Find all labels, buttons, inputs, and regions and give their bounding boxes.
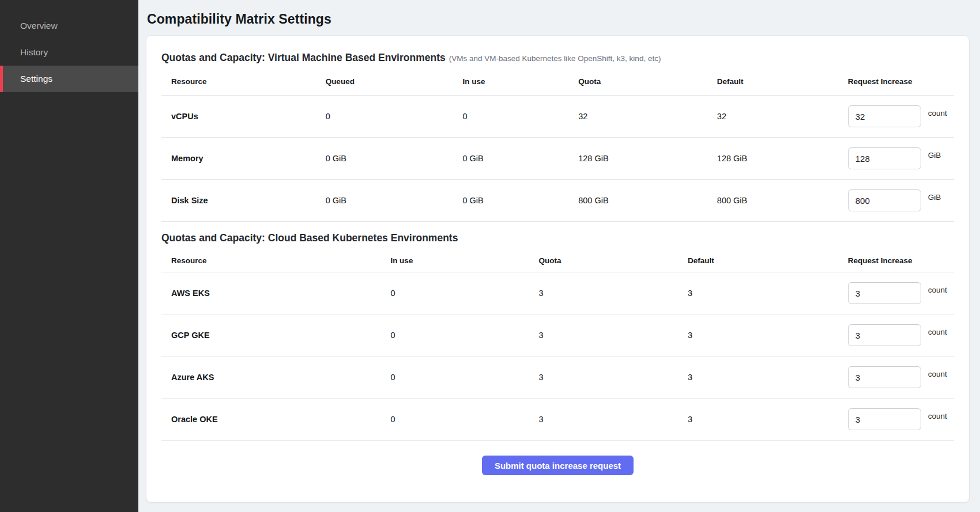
section-heading-cloud: Quotas and Capacity: Cloud Based Kuberne… <box>161 231 954 246</box>
table-row: Oracle OKE033count <box>161 399 954 441</box>
column-header: Quota <box>578 77 717 86</box>
cell-default: 3 <box>688 415 848 424</box>
cell-queued: 0 <box>326 112 463 121</box>
column-header: Default <box>688 256 848 265</box>
cell-quota: 800 GiB <box>578 196 717 205</box>
column-header: Resource <box>161 77 326 86</box>
quota-input[interactable] <box>848 147 921 169</box>
cell-resource: Memory <box>161 154 326 163</box>
request-increase-cell: count <box>848 366 954 388</box>
sidebar-item-overview[interactable]: Overview <box>0 13 138 39</box>
quota-input[interactable] <box>848 408 921 430</box>
sidebar-item-settings[interactable]: Settings <box>0 66 138 92</box>
cell-default: 128 GiB <box>717 154 848 163</box>
cell-quota: 3 <box>539 289 688 298</box>
main-content: Compatibility Matrix Settings Quotas and… <box>138 0 980 512</box>
column-header: In use <box>390 256 538 265</box>
request-increase-cell: GiB <box>848 147 954 169</box>
cell-default: 3 <box>688 289 848 298</box>
cell-queued: 0 GiB <box>326 196 463 205</box>
section-heading-vm-text: Quotas and Capacity: Virtual Machine Bas… <box>161 52 446 63</box>
unit-label: count <box>928 412 947 420</box>
cell-resource: AWS EKS <box>161 289 390 298</box>
request-increase-cell: count <box>848 324 954 346</box>
quotas-card: Quotas and Capacity: Virtual Machine Bas… <box>146 35 970 503</box>
table-header-row: ResourceQueuedIn useQuotaDefaultRequest … <box>161 66 954 96</box>
section-heading-cloud-text: Quotas and Capacity: Cloud Based Kuberne… <box>161 232 458 244</box>
cell-in-use: 0 <box>390 415 538 424</box>
quota-input[interactable] <box>848 366 921 388</box>
cell-in-use: 0 <box>390 373 538 382</box>
request-increase-cell: count <box>848 408 954 430</box>
sidebar: Overview History Settings <box>0 0 138 512</box>
unit-label: count <box>928 370 947 378</box>
cell-default: 800 GiB <box>717 196 848 205</box>
cell-default: 32 <box>717 112 848 121</box>
cell-resource: Disk Size <box>161 196 326 205</box>
quota-input[interactable] <box>848 282 921 304</box>
section-heading-vm-note: (VMs and VM-based Kubernetes like OpenSh… <box>449 54 661 63</box>
unit-label: count <box>928 328 947 336</box>
unit-label: GiB <box>928 193 941 202</box>
cell-default: 3 <box>688 331 848 340</box>
cloud-quota-table: ResourceIn useQuotaDefaultRequest Increa… <box>161 248 954 441</box>
column-header: Quota <box>539 256 688 265</box>
quota-input[interactable] <box>848 324 921 346</box>
table-row: Memory0 GiB0 GiB128 GiB128 GiBGiB <box>161 138 954 180</box>
table-row: AWS EKS033count <box>161 272 954 314</box>
page-title: Compatibility Matrix Settings <box>147 12 970 27</box>
cell-quota: 128 GiB <box>578 154 717 163</box>
cell-in-use: 0 GiB <box>462 196 578 205</box>
cell-in-use: 0 <box>390 289 538 298</box>
cell-quota: 3 <box>539 373 688 382</box>
cell-queued: 0 GiB <box>326 154 463 163</box>
cell-default: 3 <box>688 373 848 382</box>
cell-resource: Azure AKS <box>161 373 390 382</box>
column-header: Resource <box>161 256 390 265</box>
column-header: Queued <box>326 77 463 86</box>
table-row: Disk Size0 GiB0 GiB800 GiB800 GiBGiB <box>161 180 954 222</box>
request-increase-cell: count <box>848 105 954 127</box>
column-header: Request Increase <box>848 77 954 86</box>
table-row: GCP GKE033count <box>161 314 954 356</box>
cell-in-use: 0 <box>462 112 578 121</box>
cell-quota: 32 <box>578 112 717 121</box>
cell-resource: vCPUs <box>161 112 326 121</box>
submit-quota-increase-button[interactable]: Submit quota increase request <box>482 456 634 475</box>
column-header: Default <box>717 77 848 86</box>
request-increase-cell: count <box>848 282 954 304</box>
cell-resource: GCP GKE <box>161 331 390 340</box>
unit-label: count <box>928 286 947 294</box>
cell-in-use: 0 GiB <box>462 154 578 163</box>
table-row: vCPUs003232count <box>161 96 954 138</box>
column-header: Request Increase <box>848 256 954 265</box>
cell-resource: Oracle OKE <box>161 415 390 424</box>
table-header-row: ResourceIn useQuotaDefaultRequest Increa… <box>161 248 954 272</box>
table-row: Azure AKS033count <box>161 356 954 399</box>
cell-in-use: 0 <box>390 331 538 340</box>
sidebar-item-history[interactable]: History <box>0 39 138 66</box>
request-increase-cell: GiB <box>848 189 954 211</box>
cell-quota: 3 <box>539 415 688 424</box>
section-heading-vm: Quotas and Capacity: Virtual Machine Bas… <box>161 51 954 66</box>
unit-label: GiB <box>928 151 941 160</box>
vm-quota-table: ResourceQueuedIn useQuotaDefaultRequest … <box>161 66 954 222</box>
quota-input[interactable] <box>848 105 921 127</box>
quota-input[interactable] <box>848 189 921 211</box>
cell-quota: 3 <box>539 331 688 340</box>
column-header: In use <box>462 77 578 86</box>
unit-label: count <box>928 109 947 117</box>
